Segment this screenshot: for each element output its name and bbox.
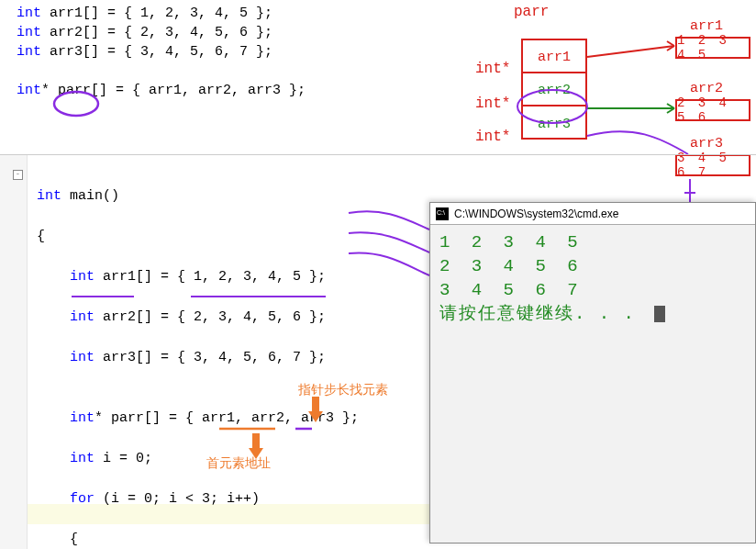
parr-box: arr1 arr2 arr3: [521, 39, 587, 140]
parr-cell-arr2: arr2: [523, 75, 585, 106]
console-prompt: 请按任意键继续. . .: [439, 304, 636, 324]
console-titlebar[interactable]: C:\WINDOWS\system32\cmd.exe: [430, 203, 755, 225]
console-title-text: C:\WINDOWS\system32\cmd.exe: [454, 207, 618, 220]
console-window: C:\WINDOWS\system32\cmd.exe 1 2 3 4 5 2 …: [429, 202, 756, 543]
arr1-box: 1 2 3 4 5: [675, 37, 750, 59]
parr-cell-arr1: arr1: [523, 42, 585, 73]
main-code-block[interactable]: int main() { int arr1[] = { 1, 2, 3, 4, …: [37, 166, 384, 549]
console-row-1: 1 2 3 4 5: [439, 230, 746, 254]
cmd-icon: [436, 207, 449, 220]
intstar-2: int*: [475, 95, 510, 112]
top-code-block: int arr1[] = { 1, 2, 3, 4, 5 }; int arr2…: [17, 4, 306, 100]
arr2-box: 2 3 4 5 6: [675, 99, 750, 121]
console-row-2: 2 3 4 5 6: [439, 254, 746, 278]
arr3-label: arr3: [690, 136, 723, 151]
console-row-3: 3 4 5 6 7: [439, 278, 746, 302]
annot-first-elem: 首元素地址: [206, 455, 271, 472]
intstar-3: int*: [475, 129, 510, 145]
intstar-1: int*: [475, 61, 510, 77]
console-body[interactable]: 1 2 3 4 5 2 3 4 5 6 3 4 5 6 7 请按任意键继续. .…: [430, 225, 755, 331]
cursor-icon: [654, 306, 665, 322]
kw-int: int: [17, 6, 41, 21]
arr2-label: arr2: [690, 81, 723, 96]
diagram-title: parr: [514, 4, 549, 20]
arr1-label: arr1: [690, 18, 723, 34]
editor-gutter: -: [0, 155, 28, 549]
parr-cell-arr3: arr3: [523, 108, 585, 140]
fold-icon[interactable]: -: [13, 170, 23, 180]
arrow-down-icon-1: [308, 397, 323, 422]
